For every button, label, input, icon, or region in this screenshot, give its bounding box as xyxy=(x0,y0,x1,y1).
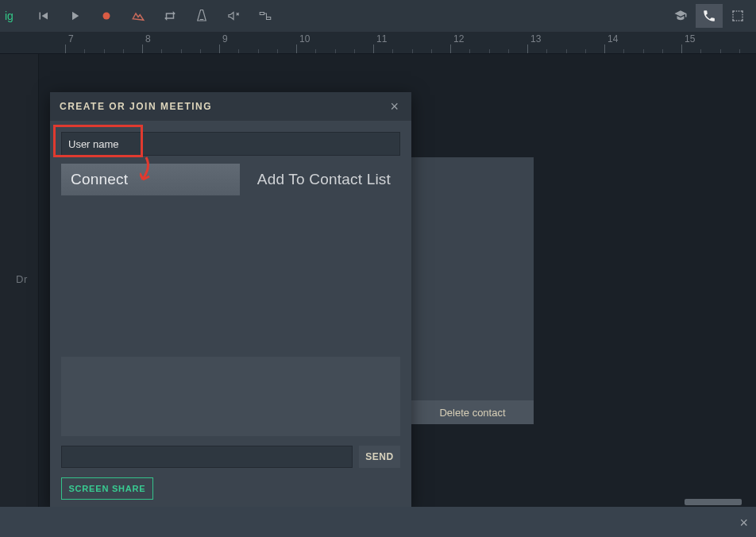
username-input[interactable] xyxy=(68,138,393,150)
ruler-tick-label: 7 xyxy=(68,33,74,44)
horizontal-scrollbar-thumb[interactable] xyxy=(685,499,742,505)
skip-back-icon xyxy=(36,9,50,23)
timeline-ruler[interactable]: 7891011121314151617 xyxy=(0,32,756,54)
metronome-button[interactable] xyxy=(188,4,215,28)
screen-share-button[interactable]: SCREEN SHARE xyxy=(61,477,153,500)
ruler-tick-label: 14 xyxy=(608,33,618,44)
status-close-button[interactable]: × xyxy=(739,515,748,531)
skip-back-button[interactable] xyxy=(29,4,56,28)
meeting-content-area xyxy=(61,205,400,352)
record-button[interactable] xyxy=(93,4,120,28)
call-button[interactable] xyxy=(696,4,723,28)
chat-input[interactable] xyxy=(61,446,353,468)
marquee-button[interactable] xyxy=(724,4,751,28)
screen-share-label: SCREEN SHARE xyxy=(68,484,145,493)
close-icon: × xyxy=(739,515,748,531)
connect-label: Connect xyxy=(71,171,128,188)
modal-close-button[interactable]: × xyxy=(387,95,402,118)
send-label: SEND xyxy=(365,451,393,462)
delete-contact-label: Delete contact xyxy=(439,407,505,419)
ruler-tick-label: 15 xyxy=(685,33,695,44)
ruler-tick-label: 12 xyxy=(453,33,464,44)
send-button[interactable]: SEND xyxy=(359,446,400,468)
modal-titlebar[interactable]: CREATE OR JOIN MEETING × xyxy=(50,92,411,121)
automation-icon xyxy=(131,9,145,23)
link-audio-button[interactable] xyxy=(220,4,247,28)
learn-button[interactable] xyxy=(667,4,694,28)
loop-icon xyxy=(163,9,177,23)
loop-button[interactable] xyxy=(156,4,183,28)
menu-fragment: ig xyxy=(5,10,25,22)
routing-button[interactable] xyxy=(252,4,279,28)
ruler-tick-label: 11 xyxy=(376,33,387,44)
connect-button[interactable]: Connect xyxy=(61,164,240,195)
automation-button[interactable] xyxy=(125,4,152,28)
chat-log xyxy=(61,357,400,436)
phone-icon xyxy=(702,9,716,23)
contact-side-panel: Delete contact xyxy=(411,157,534,424)
add-contact-label: Add To Contact List xyxy=(257,171,391,188)
metronome-icon xyxy=(195,9,209,23)
ruler-tick-label: 10 xyxy=(299,33,310,44)
ruler-tick-label: 8 xyxy=(145,33,151,44)
graduation-cap-icon xyxy=(673,9,688,23)
status-bar: × xyxy=(0,507,756,537)
drop-hint-text: Dr xyxy=(16,273,28,285)
marquee-icon xyxy=(731,9,745,23)
modal-title: CREATE OR JOIN MEETING xyxy=(60,101,212,112)
meeting-modal: CREATE OR JOIN MEETING × Connect Add To … xyxy=(50,92,411,508)
play-button[interactable] xyxy=(61,4,88,28)
link-audio-icon xyxy=(226,9,241,23)
top-toolbar: ig xyxy=(0,0,756,32)
record-icon xyxy=(99,9,114,23)
delete-contact-button[interactable]: Delete contact xyxy=(411,400,534,424)
ruler-tick-label: 13 xyxy=(530,33,541,44)
routing-icon xyxy=(258,9,272,23)
close-icon: × xyxy=(390,99,399,114)
svg-point-0 xyxy=(102,13,110,20)
add-contact-button[interactable]: Add To Contact List xyxy=(248,164,400,195)
play-icon xyxy=(68,9,82,23)
ruler-tick-label: 9 xyxy=(222,33,228,44)
username-input-wrap xyxy=(61,132,400,156)
